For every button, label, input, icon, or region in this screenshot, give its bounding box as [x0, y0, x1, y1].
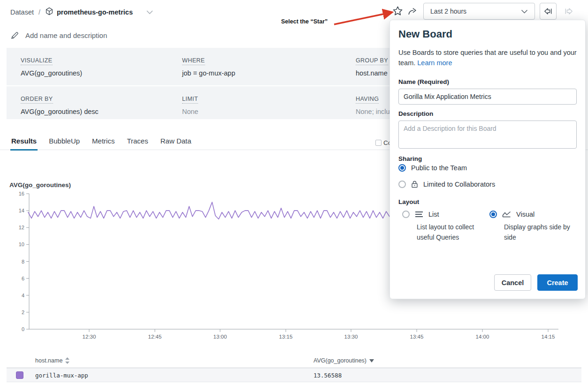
forward-arrow-icon: [564, 7, 573, 15]
back-arrow-icon: [543, 7, 553, 15]
name-field-label: Name (Required): [398, 78, 449, 85]
sort-both-icon: [65, 357, 69, 364]
dataset-selector[interactable]: prometheus-go-metrics: [45, 7, 133, 17]
annotation-select-star: Select the “Star”: [281, 18, 328, 25]
star-button[interactable]: [392, 6, 403, 18]
query-clause-order-by[interactable]: ORDER BY AVG(go_goroutines) desc: [21, 94, 99, 115]
lock-icon: [411, 181, 418, 188]
list-icon: [415, 211, 423, 218]
table-header-host-name[interactable]: host.name: [35, 357, 69, 364]
svg-text:12: 12: [19, 225, 24, 230]
share-icon: [407, 6, 418, 16]
query-clause-group-by[interactable]: GROUP BY host.name: [356, 56, 388, 77]
modal-body-text: Use Boards to store queries that are use…: [398, 47, 579, 68]
dataset-chevron-down-icon[interactable]: [146, 8, 153, 16]
svg-text:12:30: 12:30: [83, 334, 96, 340]
table-row[interactable]: gorilla-mux-app 13.56588: [7, 368, 581, 382]
sharing-section-label: Sharing: [398, 155, 422, 162]
time-range-select[interactable]: Last 2 hours: [423, 3, 535, 20]
svg-text:8: 8: [22, 259, 24, 264]
svg-text:13:30: 13:30: [344, 334, 358, 340]
radio-limited[interactable]: [398, 181, 406, 188]
board-name-input[interactable]: [398, 89, 577, 105]
query-history-back-button[interactable]: [540, 3, 557, 20]
new-board-modal: New Board Use Boards to store queries th…: [389, 20, 586, 299]
breadcrumb-separator: /: [38, 8, 40, 16]
svg-text:13:00: 13:00: [214, 334, 227, 340]
tab-results[interactable]: Results: [11, 137, 37, 150]
svg-text:13:15: 13:15: [279, 334, 293, 340]
svg-text:16: 16: [19, 191, 24, 196]
layout-option-visual[interactable]: Visual: [489, 211, 535, 218]
modal-title: New Board: [398, 28, 452, 40]
create-button[interactable]: Create: [537, 274, 578, 291]
svg-text:10: 10: [19, 242, 24, 247]
cancel-button[interactable]: Cancel: [494, 274, 531, 291]
sharing-option-limited[interactable]: Limited to Collaborators: [398, 181, 495, 188]
tab-raw-data[interactable]: Raw Data: [160, 137, 191, 150]
svg-text:13:45: 13:45: [410, 334, 424, 340]
line-chart-icon: [502, 211, 511, 218]
svg-text:2: 2: [22, 310, 24, 315]
annotation-arrow: [328, 8, 399, 27]
dataset-cube-icon: [45, 7, 53, 17]
time-range-chevron-down-icon: [521, 8, 528, 15]
star-icon: [393, 7, 402, 15]
tab-bubbleup[interactable]: BubbleUp: [49, 137, 80, 150]
layout-option-list[interactable]: List: [402, 211, 439, 218]
compare-checkbox[interactable]: [375, 140, 382, 146]
query-clause-having[interactable]: HAVING None; inclu: [356, 94, 390, 115]
sort-desc-icon: [369, 359, 374, 362]
radio-layout-list[interactable]: [402, 211, 410, 218]
breadcrumb-dataset[interactable]: Dataset: [10, 8, 34, 16]
query-history-forward-button[interactable]: [562, 5, 576, 18]
dataset-name: prometheus-go-metrics: [57, 8, 133, 16]
svg-text:0: 0: [22, 326, 24, 332]
tab-traces[interactable]: Traces: [127, 137, 148, 150]
layout-visual-description: Display graphs side by side: [504, 222, 579, 242]
svg-text:12:45: 12:45: [148, 334, 162, 340]
add-name-description[interactable]: Add name and description: [10, 31, 107, 40]
sharing-option-public[interactable]: Public to the Team: [398, 164, 467, 172]
query-clause-limit[interactable]: LIMIT None: [182, 94, 199, 115]
pencil-icon: [10, 31, 19, 40]
description-field-label: Description: [398, 110, 433, 117]
svg-text:14:00: 14:00: [476, 334, 489, 340]
learn-more-link[interactable]: Learn more: [417, 59, 452, 67]
layout-section-label: Layout: [398, 198, 419, 205]
radio-public-selected[interactable]: [398, 164, 406, 172]
svg-text:4: 4: [22, 293, 24, 298]
layout-list-description: List layout to collect useful Queries: [417, 222, 492, 242]
breadcrumb: Dataset / prometheus-go-metrics: [10, 7, 153, 17]
cell-host-name: gorilla-mux-app: [35, 372, 88, 379]
table-header-avg-goroutines[interactable]: AVG(go_goroutines): [313, 357, 374, 364]
svg-text:14: 14: [19, 208, 24, 213]
series-color-swatch: [16, 371, 23, 379]
board-description-input[interactable]: [398, 121, 577, 149]
time-range-value: Last 2 hours: [430, 8, 466, 15]
query-clause-where[interactable]: WHERE job = go-mux-app: [182, 56, 235, 77]
cell-avg-value: 13.56588: [313, 372, 342, 379]
query-clause-visualize[interactable]: VISUALIZE AVG(go_goroutines): [21, 56, 82, 77]
tab-metrics[interactable]: Metrics: [92, 137, 115, 150]
svg-text:14:15: 14:15: [542, 334, 555, 340]
add-name-description-label: Add name and description: [25, 31, 107, 39]
radio-layout-visual-selected[interactable]: [489, 211, 497, 218]
svg-text:6: 6: [22, 276, 24, 281]
share-button[interactable]: [407, 6, 418, 18]
